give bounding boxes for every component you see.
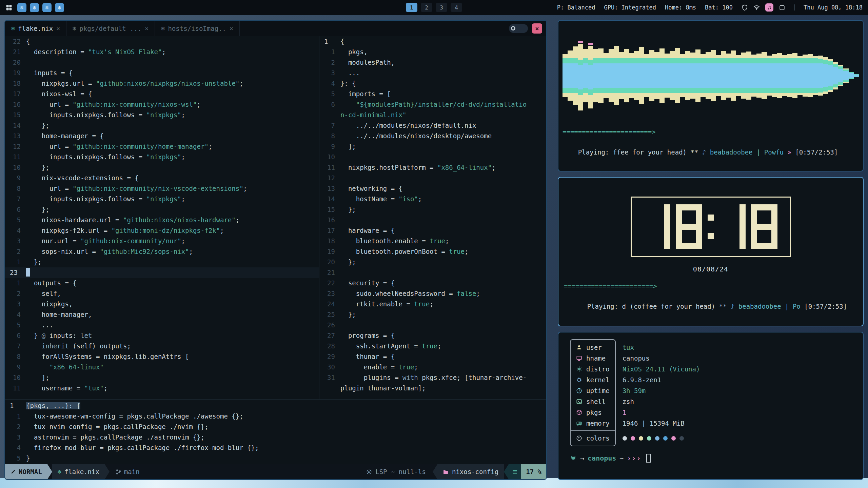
code-line[interactable]: 4}: { [319,78,546,89]
code-line[interactable]: 1 tux-awesome-wm-config = pkgs.callPacka… [5,411,546,422]
code-line[interactable]: 8 ../../modules/nixos/desktop/awesome [319,131,546,141]
code-line[interactable]: 5 imports = [ [319,89,546,99]
tag-4[interactable]: 4 [451,3,462,12]
tab-close-icon[interactable]: × [56,25,60,32]
code-line[interactable]: 8 url = "github:nix-community/nix-vscode… [5,183,319,194]
code-line[interactable]: 6 "${modulesPath}/installer/cd-dvd/insta… [319,99,546,110]
code-line[interactable]: 17 nixos-wsl = { [5,89,319,99]
code-line[interactable]: 18 bluetooth.enable = true; [319,236,546,246]
apps-grid-icon[interactable] [5,4,13,11]
code-line[interactable]: 9 ]; [319,141,546,152]
code-line[interactable]: 12 url = "github:nix-community/home-mana… [5,141,319,152]
code-line[interactable]: 11 nixpkgs.hostPlatform = "x86_64-linux"… [319,162,546,173]
tray-box-icon[interactable] [779,4,785,11]
code-line[interactable]: 14 hostName = "iso"; [319,194,546,204]
code-line[interactable]: 13 networking = { [319,183,546,194]
code-line[interactable]: 10 [319,152,546,162]
code-line[interactable]: 7 inherit (self) outputs; [5,341,319,351]
code-line[interactable]: 2 self, [5,288,319,299]
tab-pkgs/default ...[interactable]: ❄pkgs/default ...× [66,21,155,36]
code-line[interactable]: 19 inputs = { [5,68,319,78]
pane-pkgs-default[interactable]: 1{pkgs, ...}: {1 tux-awesome-wm-config =… [5,399,546,464]
tag-1[interactable]: 1 [406,3,417,12]
code-line[interactable]: 16 url = "github:nix-community/nixos-wsl… [5,99,319,110]
code-line[interactable]: 10 ]; [5,372,319,383]
code-line[interactable]: 21 description = "tux's NixOS Flake"; [5,47,319,57]
code-line[interactable]: 15 inputs.nixpkgs.follows = "nixpkgs"; [5,110,319,120]
code-line[interactable]: 5 ... [5,320,319,330]
tab-hosts/isoImag..[interactable]: ❄hosts/isoImag..× [155,21,240,36]
code-line[interactable]: 1{ [319,36,546,47]
code-line[interactable]: 14 }; [5,120,319,131]
code-line[interactable]: 7 ../../modules/nixos/default.nix [319,120,546,131]
code-line[interactable]: plugin thunar-volman]; [319,383,546,393]
pinned-app-nix-snowflake[interactable]: ❄ [42,3,52,12]
code-line[interactable]: 28 ssh.startAgent = true; [319,341,546,351]
code-line[interactable]: 2 tux-nvim-config = pkgs.callPackage ./n… [5,422,546,432]
code-line[interactable]: 9 "x86_64-linux" [5,362,319,372]
code-line[interactable]: 7 inputs.nixpkgs.follows = "nixpkgs"; [5,194,319,204]
code-line[interactable]: 22{ [5,36,319,47]
shield-icon[interactable] [742,4,748,11]
code-line[interactable]: 25 }; [319,309,546,320]
window-close-button[interactable]: × [532,23,542,34]
code-line[interactable]: 13 home-manager = { [5,131,319,141]
code-line[interactable]: 10 }; [5,162,319,173]
code-line[interactable]: 3 astronvim = pkgs.callPackage ./astronv… [5,432,546,443]
code-line[interactable]: 23 sudo.wheelNeedsPassword = false; [319,288,546,299]
wifi-icon[interactable] [753,4,760,11]
pane-iso-image[interactable]: 1{1 pkgs,2 modulesPath,3 ...4}: {5 impor… [319,36,546,399]
code-line[interactable]: 16 [319,215,546,225]
code-line[interactable]: 3 nixpkgs, [5,299,319,309]
code-line[interactable]: 1 outputs = { [5,278,319,288]
code-line[interactable]: 3 ... [319,68,546,78]
code-line[interactable]: 15 }; [319,204,546,215]
music-badge-icon[interactable] [765,3,773,12]
code-line[interactable]: 8 forAllSystems = nixpkgs.lib.genAttrs [ [5,351,319,362]
code-line[interactable]: 26 [319,320,546,330]
pinned-app-nix-snowflake[interactable]: ❄ [17,3,26,12]
toggle-pill[interactable] [509,24,528,33]
code-line[interactable]: 4 nixpkgs-f2k.url = "github:moni-dz/nixp… [5,225,319,236]
code-line[interactable]: 5} [5,453,546,464]
code-line[interactable]: 29 thunar = { [319,351,546,362]
code-line[interactable]: 2 sops-nix.url = "github:Mic92/sops-nix"… [5,246,319,257]
code-line[interactable]: 21 [319,267,546,278]
code-line[interactable]: 5 nixos-hardware.url = "github:nixos/nix… [5,215,319,225]
code-line[interactable]: 23 [5,267,319,278]
code-line[interactable]: 20 }; [319,257,546,267]
code-line[interactable]: 12 [319,173,546,183]
code-line[interactable]: 22 security = { [319,278,546,288]
pinned-app-nix-snowflake[interactable]: ❄ [55,3,64,12]
pane-flake-nix[interactable]: 22{21 description = "tux's NixOS Flake";… [5,36,319,399]
topbar-left: ❄❄❄❄ [5,3,64,12]
tag-2[interactable]: 2 [421,3,432,12]
code-line[interactable]: 6 } @ inputs: let [5,330,319,341]
code-line[interactable]: 3 nur.url = "github:nix-community/nur"; [5,236,319,246]
code-line[interactable]: 1 }; [5,257,319,267]
code-line[interactable]: 1{pkgs, ...}: { [5,401,546,411]
code-line[interactable]: 27 programs = { [319,330,546,341]
code-line[interactable]: n-cd-minimal.nix" [319,110,546,120]
tag-3[interactable]: 3 [436,3,447,12]
code-line[interactable]: 19 bluetooth.powerOnBoot = true; [319,246,546,257]
code-line[interactable]: 17 hardware = { [319,225,546,236]
code-line[interactable]: 31 plugins = with pkgs.xfce; [thunar-arc… [319,372,546,383]
code-line[interactable]: 2 modulesPath, [319,57,546,68]
code-line[interactable]: 18 nixpkgs.url = "github:nixos/nixpkgs/n… [5,78,319,89]
code-line[interactable]: 1 pkgs, [319,47,546,57]
file-name: flake.nix [64,468,99,475]
code-line[interactable]: 4 home-manager, [5,309,319,320]
tab-close-icon[interactable]: × [145,25,149,32]
tab-close-icon[interactable]: × [230,25,233,32]
code-line[interactable]: 24 rtkit.enable = true; [319,299,546,309]
code-line[interactable]: 6 }; [5,204,319,215]
code-line[interactable]: 11 username = "tux"; [5,383,319,393]
code-line[interactable]: 30 enable = true; [319,362,546,372]
code-line[interactable]: 11 inputs.nixpkgs.follows = "nixpkgs"; [5,152,319,162]
code-line[interactable]: 9 nix-vscode-extensions = { [5,173,319,183]
code-line[interactable]: 20 [5,57,319,68]
tab-flake.nix[interactable]: ❄flake.nix× [5,21,66,36]
code-line[interactable]: 4 firefox-mod-blur = pkgs.callPackage ./… [5,443,546,453]
pinned-app-nix-snowflake[interactable]: ❄ [30,3,39,12]
